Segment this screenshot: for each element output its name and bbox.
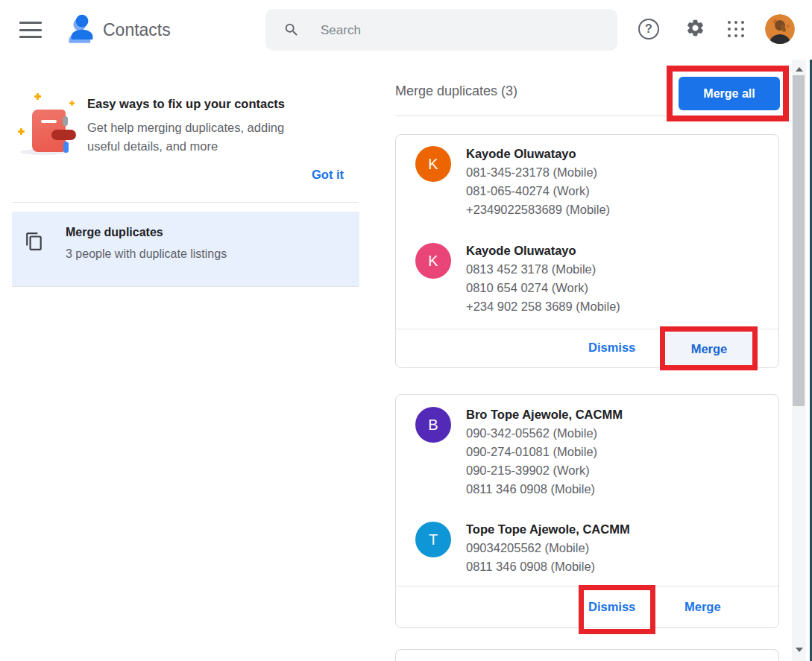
contact-avatar: B (415, 407, 451, 443)
contact-entry: T Tope Tope Ajewole, CACMM 09034205562 (… (415, 520, 630, 576)
divider (396, 586, 778, 586)
contact-entry: K Kayode Oluwatayo 0813 452 3178 (Mobile… (415, 241, 620, 316)
help-button[interactable]: ? (638, 18, 661, 40)
search-input[interactable] (319, 9, 605, 52)
contact-phone: +234 902 258 3689 (Mobile) (466, 297, 620, 316)
promo-title: Easy ways to fix up your contacts (87, 97, 285, 111)
merge-button[interactable]: Merge (666, 332, 752, 365)
contacts-logo-icon (64, 10, 100, 48)
main-menu-button[interactable] (19, 22, 43, 38)
contact-phone: 09034205562 (Mobile) (466, 539, 630, 557)
sparkle-icon (18, 128, 25, 135)
copy-duplicates-icon (25, 232, 44, 251)
gear-icon (685, 29, 705, 40)
got-it-button[interactable]: Got it (312, 168, 344, 182)
contact-phone: 0811 346 0908 (Mobile) (466, 480, 623, 499)
suggestion-subtitle: 3 people with duplicate listings (66, 247, 227, 261)
apps-grid-button[interactable] (725, 18, 747, 40)
divider (12, 286, 359, 287)
duplicate-group-card: K Kayode Oluwatayo 081-345-23178 (Mobile… (395, 134, 779, 368)
contact-avatar: K (415, 146, 451, 182)
question-mark-icon: ? (638, 19, 659, 39)
contact-phone: 081-065-40274 (Work) (466, 182, 610, 200)
divider (395, 116, 779, 116)
contact-phone: 0810 654 0274 (Work) (466, 279, 620, 297)
hamburger-icon (19, 22, 42, 24)
contact-phone: 0811 346 0908 (Mobile) (466, 557, 630, 576)
divider (396, 329, 778, 329)
suggestion-title: Merge duplicates (66, 226, 163, 239)
contact-name: Bro Tope Ajewole, CACMM (466, 405, 623, 424)
contact-entry: B Bro Tope Ajewole, CACMM 090-342-05562 … (415, 405, 623, 499)
search-box[interactable] (265, 9, 617, 51)
account-avatar[interactable] (765, 14, 795, 44)
contact-phone: 0813 452 3178 (Mobile) (466, 260, 620, 279)
settings-button[interactable] (684, 18, 706, 40)
scroll-down-arrow-icon[interactable] (796, 648, 803, 652)
scroll-up-arrow-icon[interactable] (796, 67, 803, 72)
merge-duplicates-heading: Merge duplicates (3) (395, 83, 517, 99)
sparkle-icon (34, 93, 41, 100)
merge-button[interactable]: Merge (684, 600, 721, 614)
app-title: Contacts (103, 0, 171, 60)
duplicate-group-card: B Bro Tope Ajewole, CACMM 090-342-05562 … (395, 394, 779, 628)
contact-entry: K Kayode Oluwatayo 081-345-23178 (Mobile… (415, 145, 610, 219)
dismiss-button[interactable]: Dismiss (588, 600, 635, 614)
scrollbar-thumb[interactable] (793, 75, 805, 406)
divider (12, 202, 359, 203)
contact-name: Kayode Oluwatayo (466, 241, 620, 260)
search-icon (283, 22, 300, 38)
contact-avatar: K (415, 243, 451, 279)
sidebar-item-merge-duplicates[interactable]: Merge duplicates 3 people with duplicate… (12, 212, 359, 286)
contact-phone: 081-345-23178 (Mobile) (466, 163, 610, 182)
promo-body: Get help merging duplicates, adding usef… (87, 118, 309, 156)
contact-phone: 090-274-01081 (Mobile) (466, 443, 623, 461)
avatar-photo (765, 35, 795, 44)
merge-all-button[interactable]: Merge all (679, 77, 780, 110)
dismiss-button[interactable]: Dismiss (588, 341, 635, 355)
fix-contacts-illustration (16, 88, 88, 159)
contact-phone: 090-342-05562 (Mobile) (466, 424, 623, 443)
sparkle-icon (69, 101, 75, 106)
contact-name: Kayode Oluwatayo (466, 145, 610, 163)
contact-phone: 090-215-39902 (Work) (466, 461, 623, 480)
contact-name: Tope Tope Ajewole, CACMM (466, 520, 630, 539)
duplicate-group-card-partial (395, 649, 779, 661)
top-bar: Contacts ? (0, 0, 812, 60)
apps-grid-icon (728, 21, 744, 37)
contact-phone: +2349022583689 (Mobile) (466, 200, 610, 219)
contact-avatar: T (415, 522, 451, 557)
